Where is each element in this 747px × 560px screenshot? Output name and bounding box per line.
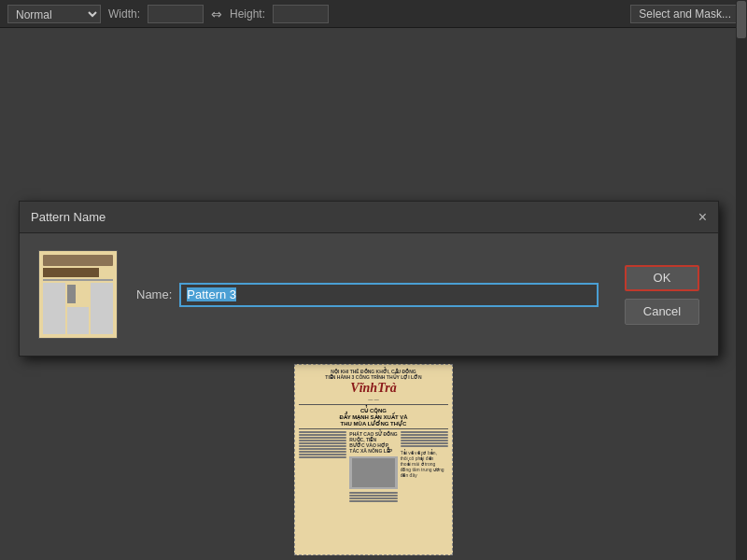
mode-select[interactable]: NormalMultiplyScreenOverlay (7, 5, 101, 23)
np-text-line (299, 437, 346, 439)
select-and-mask-button[interactable]: Select and Mask... (630, 5, 740, 23)
thumb-newspaper-inner (39, 251, 117, 338)
np-col-left (299, 431, 346, 502)
scrollbar-thumb[interactable] (737, 1, 746, 38)
thumb-col-2 (67, 283, 90, 334)
np-col-right: Tải về về cơ bản,thôi cô phải đếnthoải m… (401, 431, 448, 502)
np-text-line (299, 434, 346, 436)
height-label: Height: (230, 7, 265, 21)
thumb-col-3 (91, 283, 113, 334)
name-field-area: Name: (136, 283, 599, 307)
np-footer-text: Tải về về cơ bản,thôi cô phải đếnthoải m… (401, 450, 448, 478)
np-columns: PHÁT CAO SỬ ĐỒNG RUỘC, TIẾNBƯỚC VÀO HỢP … (299, 431, 448, 502)
np-photo-inner (352, 458, 395, 488)
cancel-button[interactable]: Cancel (625, 299, 699, 325)
dialog-title: Pattern Name (31, 210, 106, 224)
np-text-line (401, 434, 448, 436)
np-text-line (401, 442, 448, 444)
dialog-titlebar: Pattern Name × (20, 202, 718, 233)
height-input[interactable] (273, 5, 329, 23)
thumb-image-box (67, 285, 76, 303)
np-headline: CỦ CÔNGĐẨY MẠNH SẢN XUẤT VÀTHU MÙA LƯƠNG… (299, 407, 448, 427)
np-col-mid: PHÁT CAO SỬ ĐỒNG RUỘC, TIẾNBƯỚC VÀO HỢP … (349, 431, 397, 502)
pattern-name-dialog: Pattern Name × (19, 201, 719, 357)
pattern-thumbnail (38, 250, 118, 339)
np-text-line (349, 492, 397, 494)
np-subtitle: — — (299, 397, 448, 402)
width-label: Width: (108, 7, 140, 21)
np-text-line (299, 440, 346, 441)
canvas-area: NỘI KHI THÊ ĐỒNG KHỞI, CẦU ĐỒNGTIẾN HÀNH… (0, 28, 747, 560)
np-text-line (299, 445, 346, 447)
scrollbar-right[interactable] (736, 0, 747, 560)
np-text-line (401, 431, 448, 433)
thumb-title (43, 268, 99, 277)
np-text-line (299, 448, 346, 450)
np-header-text: NỘI KHI THÊ ĐỒNG KHỞI, CẦU ĐỒNGTIẾN HÀNH… (299, 369, 448, 380)
np-text-line (299, 451, 346, 453)
np-title-big: VĩnhTrà (299, 381, 448, 396)
np-text-line (401, 440, 448, 441)
np-text-line (401, 445, 448, 447)
thumb-col-1 (43, 283, 65, 334)
np-text-line (299, 454, 346, 455)
swap-icon: ⇔ (211, 7, 222, 21)
newspaper-image: NỘI KHI THÊ ĐỒNG KHỞI, CẦU ĐỒNGTIẾN HÀNH… (294, 364, 453, 555)
np-text-line (299, 442, 346, 444)
name-input[interactable] (179, 283, 599, 307)
np-text-line (299, 431, 346, 433)
thumb-col-row (43, 283, 113, 334)
thumb-line (43, 279, 113, 281)
toolbar: NormalMultiplyScreenOverlay Width: ⇔ Hei… (0, 0, 747, 28)
name-label: Name: (136, 287, 172, 301)
width-input[interactable] (148, 5, 204, 23)
np-col-headline: PHÁT CAO SỬ ĐỒNG RUỘC, TIẾNBƯỚC VÀO HỢP … (349, 431, 397, 454)
np-text-line (299, 456, 346, 458)
np-photo (349, 456, 397, 489)
ok-button[interactable]: OK (625, 265, 699, 291)
np-divider2 (299, 428, 448, 429)
np-text-line (401, 437, 448, 439)
dialog-close-button[interactable]: × (698, 210, 707, 225)
np-text-line (349, 495, 397, 497)
dialog-buttons: OK Cancel (625, 265, 699, 325)
thumb-header (43, 255, 113, 266)
np-text-line (349, 500, 397, 502)
np-divider (299, 404, 448, 405)
dialog-body: Name: OK Cancel (20, 233, 718, 356)
thumb-text-col (67, 307, 90, 334)
np-text-line (349, 497, 397, 499)
